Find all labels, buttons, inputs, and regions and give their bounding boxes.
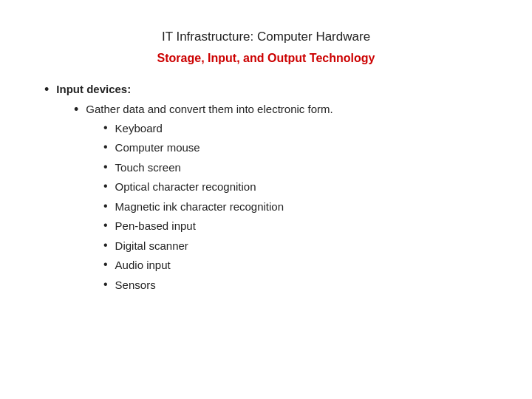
item-ocr: Optical character recognition <box>115 179 256 196</box>
level2-item: • Gather data and convert them into elec… <box>74 101 488 118</box>
list-item: • Sensors <box>103 277 488 294</box>
bullet-icon-1: • <box>44 81 49 98</box>
item-pen: Pen-based input <box>115 218 196 235</box>
list-item: • Optical character recognition <box>103 179 488 196</box>
page-subtitle: Storage, Input, and Output Technology <box>44 52 488 65</box>
item-mouse: Computer mouse <box>115 140 200 157</box>
bullet-icon-2: • <box>74 101 78 118</box>
level3-list: • Keyboard • Computer mouse • Touch scre… <box>103 120 488 296</box>
bullet-icon: • <box>103 257 108 273</box>
level1-label: Input devices: <box>56 81 131 97</box>
page-title: IT Infrastructure: Computer Hardware <box>44 30 488 44</box>
bullet-icon: • <box>103 238 108 253</box>
list-item: • Magnetic ink character recognition <box>103 199 488 216</box>
content-area: • Input devices: • Gather data and conve… <box>44 81 488 296</box>
list-item: • Digital scanner <box>103 238 488 255</box>
bullet-icon: • <box>103 160 108 175</box>
list-item: • Keyboard <box>103 120 488 137</box>
item-touch-screen: Touch screen <box>115 160 181 177</box>
item-sensors: Sensors <box>115 277 156 294</box>
bullet-icon: • <box>103 277 108 293</box>
item-scanner: Digital scanner <box>115 238 188 255</box>
bullet-icon: • <box>103 179 108 194</box>
list-item: • Touch screen <box>103 160 488 177</box>
level1-item: • Input devices: <box>44 81 488 98</box>
bullet-icon: • <box>103 199 108 214</box>
level2-label: Gather data and convert them into electr… <box>86 101 332 118</box>
bullet-icon: • <box>103 140 108 155</box>
page: IT Infrastructure: Computer Hardware Sto… <box>0 0 532 399</box>
item-audio: Audio input <box>115 257 171 274</box>
bullet-icon: • <box>103 120 108 136</box>
item-micr: Magnetic ink character recognition <box>115 199 284 216</box>
bullet-icon: • <box>103 218 108 233</box>
list-item: • Computer mouse <box>103 140 488 157</box>
item-keyboard: Keyboard <box>115 120 163 137</box>
list-item: • Pen-based input <box>103 218 488 235</box>
list-item: • Audio input <box>103 257 488 274</box>
